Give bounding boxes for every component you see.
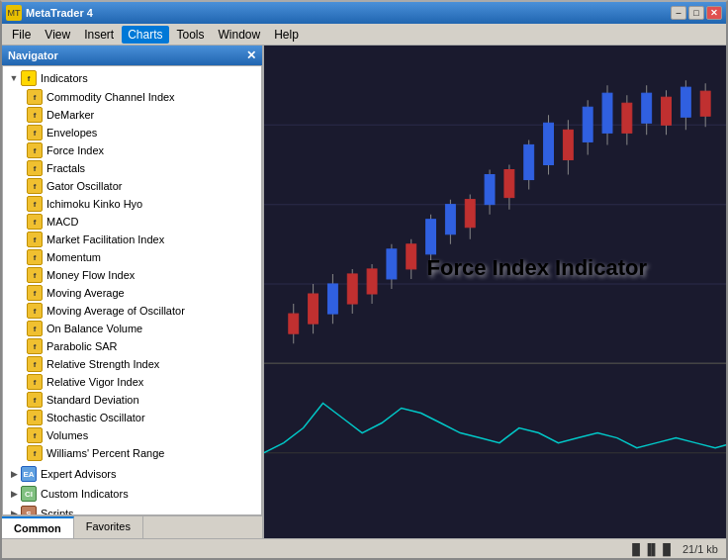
svg-rect-19 bbox=[407, 244, 416, 269]
list-item[interactable]: f Market Facilitation Index bbox=[3, 231, 261, 248]
item-label: Stochastic Oscillator bbox=[46, 412, 145, 423]
title-bar-left: MT MetaTrader 4 bbox=[6, 5, 93, 21]
item-label: Market Facilitation Index bbox=[46, 233, 164, 245]
item-label: Relative Vigor Index bbox=[46, 376, 143, 388]
list-item[interactable]: f Relative Vigor Index bbox=[3, 373, 261, 391]
list-item[interactable]: f Fractals bbox=[3, 159, 261, 177]
menu-bar: File View Insert Charts Tools Window Hel… bbox=[2, 24, 726, 46]
svg-rect-25 bbox=[465, 200, 475, 228]
menu-file[interactable]: File bbox=[6, 26, 37, 44]
menu-help[interactable]: Help bbox=[268, 26, 305, 44]
list-item[interactable]: f Parabolic SAR bbox=[3, 337, 261, 355]
list-item[interactable]: f Money Flow Index bbox=[3, 266, 261, 284]
list-item[interactable]: f Moving Average of Oscillator bbox=[3, 302, 261, 320]
svg-rect-43 bbox=[642, 93, 652, 123]
app-icon-label: MT bbox=[8, 8, 21, 18]
list-item[interactable]: f Williams' Percent Range bbox=[3, 444, 261, 462]
svg-rect-31 bbox=[524, 144, 534, 179]
item-label: Moving Average bbox=[46, 287, 125, 299]
indicator-icon: f bbox=[27, 89, 43, 105]
indicator-icon: f bbox=[27, 160, 43, 176]
custom-indicators-header[interactable]: ▶ CI Custom Indicators bbox=[3, 484, 261, 504]
item-label: MACD bbox=[46, 216, 78, 228]
navigator-close-button[interactable]: ✕ bbox=[246, 48, 256, 62]
menu-view[interactable]: View bbox=[39, 26, 76, 44]
item-label: Gator Oscillator bbox=[46, 180, 122, 192]
menu-charts[interactable]: Charts bbox=[122, 26, 168, 44]
custom-indicators-label: Custom Indicators bbox=[41, 488, 129, 500]
indicator-icon: f bbox=[27, 142, 43, 158]
svg-rect-39 bbox=[602, 93, 612, 133]
indicator-icon: f bbox=[27, 214, 43, 230]
window-controls: – □ ✕ bbox=[671, 6, 722, 20]
status-info: 21/1 kb bbox=[682, 543, 718, 555]
list-item[interactable]: f Force Index bbox=[3, 141, 261, 159]
indicator-icon: f bbox=[27, 285, 43, 301]
item-label: Momentum bbox=[46, 251, 101, 263]
svg-rect-29 bbox=[504, 170, 514, 198]
indicators-header[interactable]: ▼ f Indicators bbox=[3, 68, 261, 88]
indicator-icon: f bbox=[27, 232, 43, 247]
list-item[interactable]: f Ichimoku Kinko Hyo bbox=[3, 195, 261, 213]
list-item[interactable]: f Commodity Channel Index bbox=[3, 88, 261, 106]
svg-rect-47 bbox=[681, 87, 690, 117]
tab-favorites[interactable]: Favorites bbox=[74, 516, 143, 538]
indicator-icon: f bbox=[27, 303, 43, 319]
item-label: Force Index bbox=[46, 144, 104, 156]
list-item[interactable]: f Volumes bbox=[3, 426, 261, 444]
maximize-button[interactable]: □ bbox=[688, 6, 704, 20]
indicator-icon: f bbox=[27, 267, 43, 283]
navigator-tabs: Common Favorites bbox=[2, 515, 262, 538]
list-item[interactable]: f MACD bbox=[3, 213, 261, 231]
indicator-icon: f bbox=[27, 178, 43, 194]
indicator-icon: f bbox=[27, 374, 43, 390]
indicator-icon: f bbox=[27, 125, 43, 140]
indicator-icon: f bbox=[27, 445, 43, 461]
chart-area: Force Index Indicator bbox=[264, 46, 726, 538]
expert-advisors-header[interactable]: ▶ EA Expert Advisors bbox=[3, 464, 261, 484]
close-button[interactable]: ✕ bbox=[706, 6, 722, 20]
list-item[interactable]: f Relative Strength Index bbox=[3, 355, 261, 373]
svg-rect-11 bbox=[327, 284, 337, 314]
indicator-icon: f bbox=[27, 338, 43, 354]
navigator-tree[interactable]: ▼ f Indicators f Commodity Channel Index… bbox=[2, 65, 262, 515]
indicators-folder-icon: f bbox=[21, 70, 37, 86]
list-item[interactable]: f DeMarker bbox=[3, 106, 261, 124]
menu-insert[interactable]: Insert bbox=[78, 26, 120, 44]
svg-rect-49 bbox=[700, 91, 710, 116]
custom-indicators-folder-icon: CI bbox=[21, 486, 37, 502]
window-title: MetaTrader 4 bbox=[26, 7, 93, 19]
list-item[interactable]: f Moving Average bbox=[3, 284, 261, 302]
tab-common[interactable]: Common bbox=[2, 516, 74, 538]
expert-advisors-label: Expert Advisors bbox=[41, 468, 116, 480]
indicator-icon: f bbox=[27, 392, 43, 408]
item-label: On Balance Volume bbox=[46, 323, 142, 334]
svg-rect-9 bbox=[309, 294, 318, 324]
menu-tools[interactable]: Tools bbox=[171, 26, 211, 44]
title-bar: MT MetaTrader 4 – □ ✕ bbox=[2, 2, 726, 24]
list-item[interactable]: f Standard Deviation bbox=[3, 391, 261, 409]
menu-window[interactable]: Window bbox=[213, 26, 267, 44]
indicator-icon: f bbox=[27, 356, 43, 372]
list-item[interactable]: f On Balance Volume bbox=[3, 320, 261, 337]
svg-rect-27 bbox=[485, 175, 495, 205]
indicator-icon: f bbox=[27, 410, 43, 425]
minimize-button[interactable]: – bbox=[671, 6, 686, 20]
item-label: Commodity Channel Index bbox=[46, 91, 175, 103]
scripts-folder-icon: S bbox=[21, 506, 37, 515]
main-window: MT MetaTrader 4 – □ ✕ File View Insert C… bbox=[0, 0, 728, 560]
item-label: Moving Average of Oscillator bbox=[46, 305, 185, 317]
item-label: Standard Deviation bbox=[46, 394, 139, 406]
svg-rect-13 bbox=[347, 274, 357, 304]
scripts-header[interactable]: ▶ S Scripts bbox=[3, 504, 261, 515]
list-item[interactable]: f Stochastic Oscillator bbox=[3, 409, 261, 426]
list-item[interactable]: f Momentum bbox=[3, 248, 261, 266]
svg-rect-17 bbox=[387, 249, 397, 279]
list-item[interactable]: f Envelopes bbox=[3, 124, 261, 141]
list-item[interactable]: f Gator Oscillator bbox=[3, 177, 261, 195]
navigator-header: Navigator ✕ bbox=[2, 46, 262, 65]
indicators-expand-icon: ▼ bbox=[7, 71, 21, 85]
svg-rect-45 bbox=[662, 97, 672, 125]
item-label: Fractals bbox=[46, 162, 85, 174]
item-label: Volumes bbox=[46, 429, 88, 441]
